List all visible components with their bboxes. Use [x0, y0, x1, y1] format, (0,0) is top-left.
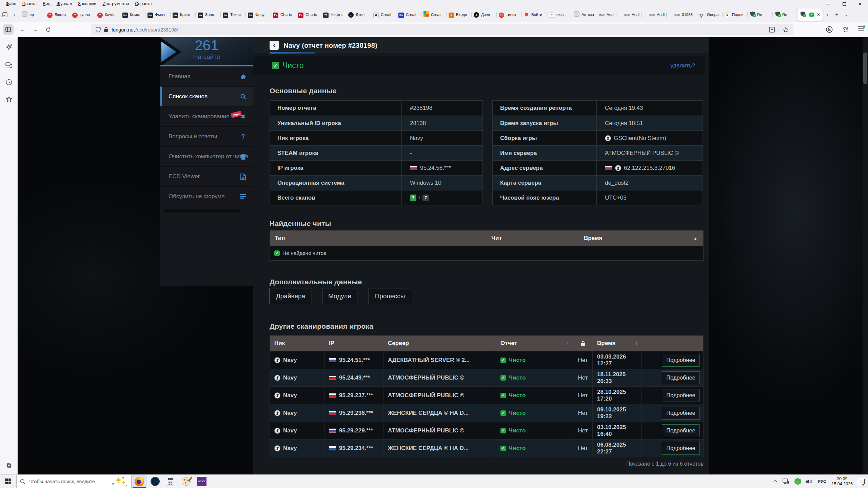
- sidebar-item-удалить[interactable]: Удалить сканированиеnew ✖: [160, 106, 253, 126]
- browser-tab[interactable]: Audi |: [622, 8, 647, 21]
- back-button[interactable]: ←: [17, 24, 28, 35]
- notification-center-icon[interactable]: [858, 479, 865, 484]
- browser-tab[interactable]: Автозапча: [572, 8, 597, 21]
- language-indicator[interactable]: РУС: [817, 479, 826, 484]
- browser-tab[interactable]: Опора: [697, 8, 722, 21]
- sort-icon[interactable]: ↑↓: [635, 341, 638, 346]
- menu-Правка[interactable]: Правка: [19, 1, 40, 6]
- bookmarks-star-icon[interactable]: [0, 92, 18, 106]
- browser-tab[interactable]: 31958: [672, 8, 697, 21]
- synced-devices-icon[interactable]: [0, 58, 18, 72]
- browser-tab[interactable]: ✓ ✓✕: [797, 8, 823, 21]
- close-button[interactable]: ✕: [852, 0, 868, 8]
- browser-tab[interactable]: Creati: [421, 8, 446, 21]
- details-button[interactable]: Подробнее: [662, 442, 700, 455]
- browser-tab[interactable]: + Дзен -: [346, 8, 371, 21]
- browser-tab[interactable]: Я тиньк: [496, 8, 521, 21]
- browser-tab[interactable]: ◠ купля: [70, 8, 95, 21]
- tray-expand-icon[interactable]: [773, 480, 777, 484]
- new-tab-button[interactable]: +: [832, 9, 842, 20]
- taskbar-browser-button[interactable]: [147, 475, 163, 488]
- browser-tab[interactable]: k Подпи: [722, 8, 747, 21]
- collapse-caret-icon[interactable]: ▲: [694, 237, 703, 240]
- browser-tab[interactable]: ◠ Люгер: [45, 8, 70, 21]
- column-server[interactable]: Сервер: [383, 336, 496, 351]
- tab-dropdown-icon[interactable]: ⌄: [842, 9, 851, 20]
- extensions-puzzle-icon[interactable]: [842, 26, 849, 33]
- browser-tab[interactable]: Fx Charts: [271, 8, 296, 21]
- browser-tab[interactable]: Inv Комм: [120, 8, 145, 21]
- settings-gear-icon[interactable]: [0, 459, 18, 472]
- browser-tab[interactable]: ✓ Re: [772, 8, 797, 21]
- browser-tab[interactable]: Audi |: [597, 8, 622, 21]
- sidebar-scroll-pill[interactable]: [163, 209, 240, 212]
- restore-button[interactable]: [836, 0, 852, 8]
- taskbar-search[interactable]: Чтобы начать поиск, введите: [16, 475, 132, 488]
- browser-tab[interactable]: Audi |: [647, 8, 672, 21]
- modules-button[interactable]: Модули: [322, 288, 357, 304]
- update-hexagon-icon[interactable]: ↓: [794, 478, 801, 485]
- sidebar-toggle-button[interactable]: [3, 24, 14, 35]
- processes-button[interactable]: Процессы: [369, 288, 411, 304]
- bookmark-star-icon[interactable]: [783, 27, 789, 33]
- network-icon[interactable]: [783, 479, 789, 484]
- tab-list-icon[interactable]: [0, 9, 9, 20]
- history-clock-icon[interactable]: [0, 75, 18, 89]
- menu-Вид[interactable]: Вид: [40, 1, 54, 6]
- column-ip[interactable]: IP: [324, 336, 383, 351]
- browser-tab[interactable]: ▾ Входя: [446, 8, 471, 21]
- browser-tab[interactable]: ер: [20, 8, 45, 21]
- column-report[interactable]: Отчет↑↓: [496, 336, 573, 351]
- column-time[interactable]: Время↑↓: [593, 336, 642, 351]
- sidebar-item-главная[interactable]: Главная: [160, 66, 253, 86]
- column-time[interactable]: Время: [584, 235, 694, 242]
- tab-scroll-right-icon[interactable]: ›: [823, 9, 832, 20]
- menu-Справка[interactable]: Справка: [132, 1, 155, 6]
- column-cheat[interactable]: Чит: [491, 235, 584, 242]
- tray-clock[interactable]: 20:09 15.04.2026: [831, 476, 853, 487]
- column-type[interactable]: Тип: [270, 235, 491, 242]
- browser-tab[interactable]: A Creati: [371, 8, 396, 21]
- tab-close-icon[interactable]: ✕: [817, 12, 820, 17]
- browser-tab[interactable]: ⚙ Войти: [521, 8, 547, 21]
- browser-tab[interactable]: Ru Creati: [396, 8, 421, 21]
- sort-icon[interactable]: ↑↓: [567, 341, 569, 346]
- details-button[interactable]: Подробнее: [662, 371, 700, 384]
- details-button[interactable]: Подробнее: [662, 407, 700, 420]
- column-nick[interactable]: Ник: [270, 336, 324, 351]
- app-menu-button[interactable]: [858, 26, 864, 33]
- url-bar[interactable]: fungun.net/ecd/report/238198/: [91, 24, 793, 35]
- speaker-icon[interactable]: [806, 479, 812, 484]
- browser-tab[interactable]: Inv Техни: [220, 8, 245, 21]
- menu-Журнал[interactable]: Журнал: [54, 1, 75, 6]
- browser-tab[interactable]: Inv Золот: [195, 8, 220, 21]
- delete-report-link[interactable]: удалить?: [670, 62, 695, 69]
- details-button[interactable]: Подробнее: [662, 389, 700, 402]
- browser-tab[interactable]: + Дзен -: [471, 8, 496, 21]
- column-lock[interactable]: [573, 336, 593, 351]
- browser-tab[interactable]: Fx Charts: [296, 8, 321, 21]
- tab-scroll-left-icon[interactable]: ‹: [9, 9, 19, 20]
- details-button[interactable]: Подробнее: [662, 354, 700, 367]
- taskbar-calculator-button[interactable]: [163, 475, 178, 488]
- minimize-button[interactable]: [820, 0, 836, 8]
- browser-tab[interactable]: ✓ Re: [747, 8, 772, 21]
- details-button[interactable]: Подробнее: [662, 424, 700, 437]
- menu-Закладки[interactable]: Закладки: [75, 1, 99, 6]
- sidebar-item-очистить[interactable]: Очистить компьютер от читов: [160, 146, 253, 166]
- taskbar-nzxt-button[interactable]: NZXT: [194, 475, 210, 488]
- back-to-list-button[interactable]: ‹: [270, 41, 279, 50]
- sidebar-item-обсудить[interactable]: Обсудить на форуме: [160, 186, 253, 206]
- start-button[interactable]: [0, 475, 16, 488]
- sidebar-item-ecd[interactable]: ECD Viewer: [160, 166, 253, 186]
- page-scrollbar[interactable]: [863, 37, 868, 474]
- menu-Файл[interactable]: Файл: [3, 1, 19, 6]
- drivers-button[interactable]: Драйвера: [269, 288, 312, 304]
- browser-tab[interactable]: TE Нефть: [321, 8, 346, 21]
- ai-sparkle-icon[interactable]: [0, 41, 18, 54]
- browser-tab[interactable]: ◠ Качес: [95, 8, 120, 21]
- taskbar-firefox-button[interactable]: [132, 475, 147, 488]
- account-icon[interactable]: [826, 26, 833, 33]
- reload-button[interactable]: [43, 24, 54, 35]
- save-to-pocket-icon[interactable]: [769, 27, 775, 33]
